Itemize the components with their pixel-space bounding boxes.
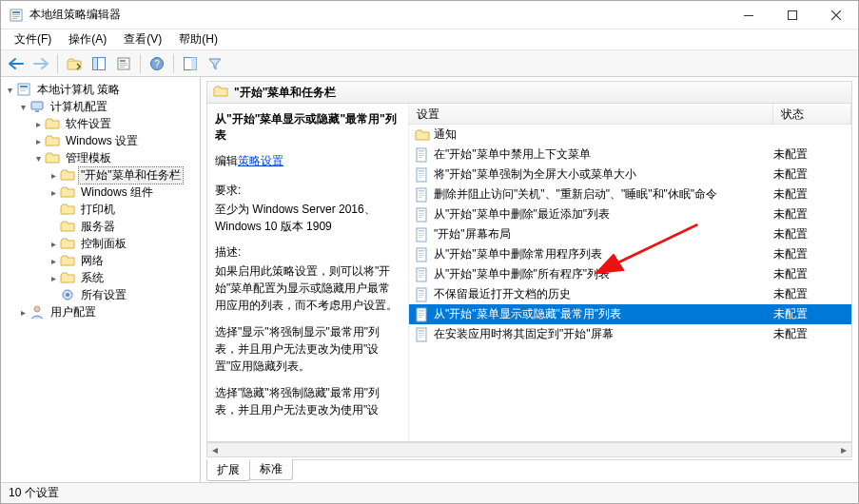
tree-system[interactable]: ▸ 系统 (1, 269, 200, 286)
svg-rect-2 (12, 14, 20, 15)
show-hide-tree-button[interactable] (88, 52, 110, 75)
computer-icon (29, 99, 45, 114)
list-row[interactable]: 从"开始"菜单显示或隐藏"最常用"列表未配置 (409, 304, 851, 324)
chevron-right-icon[interactable]: ▸ (31, 119, 45, 129)
list-group-notifications[interactable]: 通知 (409, 125, 851, 145)
tree-admin-templates[interactable]: ▾ 管理模板 (1, 149, 200, 166)
row-state: 未配置 (773, 326, 851, 342)
list-row[interactable]: 将"开始"菜单强制为全屏大小或菜单大小未配置 (409, 165, 851, 184)
svg-rect-4 (12, 18, 17, 19)
chevron-down-icon[interactable]: ▾ (31, 153, 45, 164)
tree-windows-components[interactable]: ▸ Windows 组件 (1, 184, 200, 201)
list-row[interactable]: 在"开始"菜单中禁用上下文菜单未配置 (409, 145, 851, 165)
col-state[interactable]: 状态 (773, 104, 851, 124)
close-button[interactable] (814, 1, 858, 29)
tab-extended[interactable]: 扩展 (206, 459, 250, 481)
row-state: 未配置 (773, 286, 851, 302)
chevron-right-icon[interactable]: ▸ (47, 239, 60, 249)
tree-pane[interactable]: ▾ 本地计算机 策略 ▾ (1, 77, 201, 482)
description-p3: 选择"隐藏"将强制隐藏"最常用"列表，并且用户无法更改为使用"设 (215, 384, 400, 418)
all-settings-icon[interactable] (179, 52, 202, 75)
svg-rect-37 (419, 177, 422, 178)
row-state: 未配置 (773, 146, 851, 163)
tree-all-settings[interactable]: 所有设置 (1, 286, 200, 303)
chevron-right-icon[interactable]: ▸ (47, 273, 60, 283)
row-state: 未配置 (773, 246, 851, 262)
scroll-track[interactable] (223, 443, 836, 456)
edit-policy-link[interactable]: 策略设置 (238, 153, 283, 169)
folder-icon (60, 184, 75, 200)
svg-rect-14 (120, 67, 125, 68)
help-button[interactable]: ? (146, 52, 168, 75)
tree-start-taskbar[interactable]: ▸ "开始"菜单和任务栏 (1, 166, 200, 184)
svg-rect-49 (419, 230, 424, 232)
chevron-down-icon[interactable]: ▾ (3, 85, 16, 95)
toolbar: ? (1, 50, 858, 77)
policy-icon (415, 287, 430, 302)
policy-icon (415, 207, 430, 223)
titlebar: 本地组策略编辑器 (1, 1, 858, 29)
tree-windows-settings[interactable]: ▸ Windows 设置 (1, 132, 200, 149)
tree-software-settings[interactable]: ▸ 软件设置 (1, 115, 200, 132)
scroll-left-icon[interactable]: ◂ (207, 443, 223, 456)
menu-help[interactable]: 帮助(H) (171, 29, 225, 49)
row-name: 从"开始"菜单中删除常用程序列表 (434, 246, 773, 262)
list-header: 设置 状态 (409, 104, 851, 125)
svg-rect-12 (120, 63, 127, 64)
menu-view[interactable]: 查看(V) (116, 29, 169, 49)
folder-icon (60, 253, 75, 268)
menubar: 文件(F) 操作(A) 查看(V) 帮助(H) (1, 29, 858, 50)
requirements-value: 至少为 Windows Server 2016、Windows 10 版本 19… (215, 201, 400, 235)
chevron-right-icon[interactable]: ▸ (47, 187, 60, 198)
list-rows[interactable]: 通知 在"开始"菜单中禁用上下文菜单未配置将"开始"菜单强制为全屏大小或菜单大小… (409, 125, 851, 441)
tree-user-config[interactable]: ▸ 用户配置 (1, 303, 200, 320)
policy-icon (415, 307, 430, 322)
chevron-right-icon[interactable]: ▸ (31, 136, 45, 146)
policy-icon (415, 267, 430, 282)
settings-icon (60, 287, 75, 302)
chevron-none (47, 222, 60, 232)
svg-rect-77 (419, 337, 422, 338)
menu-file[interactable]: 文件(F) (7, 29, 59, 49)
chevron-right-icon[interactable]: ▸ (47, 256, 60, 266)
up-button[interactable] (63, 52, 86, 75)
minimize-button[interactable] (727, 1, 771, 29)
filter-button[interactable] (204, 52, 226, 75)
nav-forward-button[interactable] (29, 52, 52, 75)
tab-standard[interactable]: 标准 (249, 459, 293, 480)
tree-network[interactable]: ▸ 网络 (1, 252, 200, 269)
maximize-button[interactable] (771, 1, 814, 29)
list-row[interactable]: 在安装应用时将其固定到"开始"屏幕未配置 (409, 324, 851, 344)
list-row[interactable]: "开始"屏幕布局未配置 (409, 224, 851, 244)
row-name: 从"开始"菜单显示或隐藏"最常用"列表 (434, 306, 773, 322)
col-setting[interactable]: 设置 (409, 104, 773, 124)
svg-rect-6 (789, 10, 797, 19)
tree-computer-config[interactable]: ▾ 计算机配置 (1, 98, 200, 115)
scroll-right-icon[interactable]: ▸ (836, 443, 851, 456)
horizontal-scrollbar[interactable]: ◂ ▸ (206, 442, 852, 457)
nav-back-button[interactable] (5, 52, 28, 75)
tree-label: 打印机 (78, 201, 118, 219)
list-row[interactable]: 不保留最近打开文档的历史未配置 (409, 284, 851, 304)
content-header: "开始"菜单和任务栏 (206, 81, 852, 104)
tree-printers[interactable]: 打印机 (1, 201, 200, 218)
svg-rect-31 (419, 155, 424, 156)
menu-operate[interactable]: 操作(A) (61, 29, 114, 49)
list-row[interactable]: 从"开始"菜单中删除"最近添加"列表未配置 (409, 204, 851, 224)
list-row[interactable]: 删除并阻止访问"关机"、"重新启动"、"睡眠"和"休眠"命令未配置 (409, 184, 851, 204)
svg-rect-60 (419, 273, 424, 274)
content-pane: "开始"菜单和任务栏 从"开始"菜单显示或隐藏"最常用"列表 编辑策略设置 要求… (201, 77, 858, 482)
tree-servers[interactable]: 服务器 (1, 218, 200, 235)
svg-rect-44 (419, 210, 424, 212)
svg-rect-5 (744, 15, 753, 16)
list-row[interactable]: 从"开始"菜单中删除常用程序列表未配置 (409, 244, 851, 264)
chevron-right-icon[interactable]: ▸ (16, 307, 29, 318)
tree-control-panel[interactable]: ▸ 控制面板 (1, 235, 200, 252)
chevron-down-icon[interactable]: ▾ (16, 102, 29, 112)
chevron-right-icon[interactable]: ▸ (47, 170, 60, 181)
properties-button[interactable] (112, 52, 135, 75)
requirements-label: 要求: (215, 183, 400, 199)
list-row[interactable]: 从"开始"菜单中删除"所有程序"列表未配置 (409, 264, 851, 284)
svg-rect-71 (419, 315, 424, 316)
tree-root[interactable]: ▾ 本地计算机 策略 (1, 81, 200, 98)
